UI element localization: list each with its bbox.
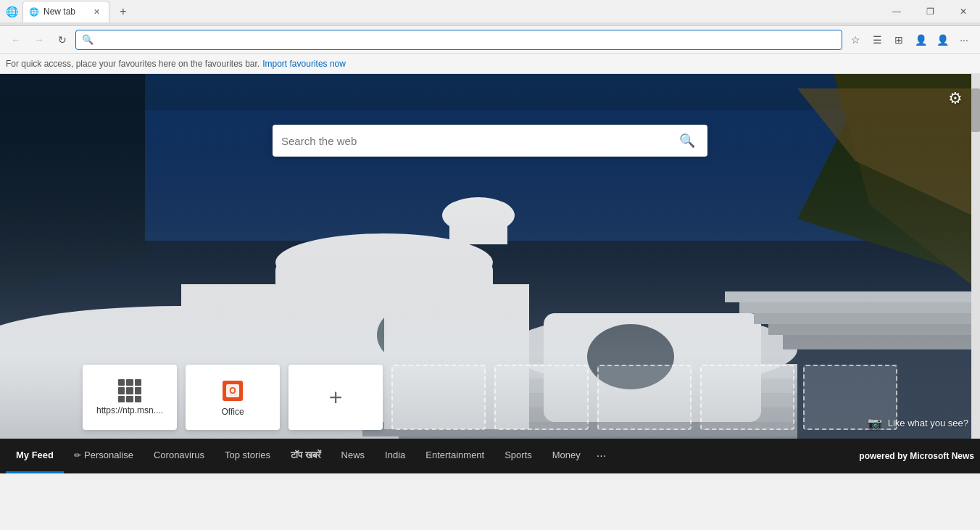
search-icon: 🔍 [82,34,94,45]
quick-link-msn-label: https://ntp.msn.... [96,405,163,415]
browser-icon: 🌐 [6,6,18,17]
quick-link-add[interactable]: + [288,365,383,430]
quick-link-empty-3[interactable] [597,365,692,430]
toolbar-right: ☆ ☰ ⊞ 👤 👤 ··· [845,30,974,50]
nav-label-entertainment: Entertainment [425,450,484,460]
nav-more-button[interactable]: ··· [591,450,612,463]
refresh-button[interactable]: ↻ [52,30,72,50]
quick-link-office[interactable]: O Office [186,365,280,430]
nav-item-money[interactable]: Money [542,439,591,473]
nav-item-news[interactable]: News [331,439,375,473]
favorites-button[interactable]: ☆ [845,30,865,50]
quick-links-container: https://ntp.msn.... O Office + [83,365,897,430]
address-bar: ← → ↻ 🔍 ☆ ☰ ⊞ 👤 👤 ··· [0,26,980,54]
nav-item-coronavirus[interactable]: Coronavirus [144,439,215,473]
url-input[interactable] [98,34,836,45]
svg-text:O: O [229,386,236,396]
share-button[interactable]: 👤 [910,30,931,50]
settings-gear-button[interactable]: ⚙ [942,86,968,112]
nav-label-coronavirus: Coronavirus [154,450,204,460]
more-button[interactable]: ··· [954,30,974,50]
quick-link-office-label: Office [221,407,244,417]
search-button[interactable]: 🔍 [676,129,699,152]
reading-list-button[interactable]: ☰ [867,30,887,50]
nav-item-sports[interactable]: Sports [494,439,542,473]
nav-label-top-stories: Top stories [225,450,270,460]
minimize-button[interactable]: — [880,0,913,23]
search-icon: 🔍 [679,133,695,149]
forward-button[interactable]: → [29,30,49,50]
nav-item-personalise[interactable]: ✏ Personalise [64,439,144,473]
search-container: 🔍 [273,125,707,157]
quick-link-empty-2[interactable] [494,365,589,430]
nav-item-entertainment[interactable]: Entertainment [415,439,494,473]
search-input[interactable] [281,135,676,147]
like-text: Like what you see? [888,418,968,428]
maximize-button[interactable]: ❐ [913,0,947,23]
msn-grid-icon [118,379,141,402]
tab-close-button[interactable]: ✕ [90,5,103,18]
tab-page-icon: 🌐 [29,7,39,17]
scroll-thumb[interactable] [971,88,980,132]
scrollbar[interactable] [971,74,980,439]
gear-icon: ⚙ [948,89,963,108]
active-tab[interactable]: 🌐 New tab ✕ [22,1,109,22]
powered-by-text: powered by [859,451,910,461]
quick-link-empty-4[interactable] [700,365,794,430]
fav-bar-message: For quick access, place your favourites … [6,59,259,69]
url-bar[interactable]: 🔍 [75,30,842,50]
new-tab-button[interactable]: + [112,1,134,22]
edit-icon: ✏ [74,450,81,460]
close-button[interactable]: ✕ [947,0,980,23]
add-icon: + [329,384,343,411]
nav-item-india[interactable]: India [375,439,415,473]
nav-label-personalise: Personalise [84,450,133,460]
nav-label-money: Money [552,450,581,460]
search-box: 🔍 [273,125,707,157]
favourites-bar: For quick access, place your favourites … [0,54,980,74]
powered-by: powered by Microsoft News [859,451,974,461]
like-what-you-see-button[interactable]: 📷 Like what you see? [868,416,968,430]
title-bar: 🌐 🌐 New tab ✕ + — ❐ ✕ [0,0,980,23]
nav-item-top-stories[interactable]: Top stories [215,439,281,473]
nav-label-news: News [341,450,365,460]
office-icon: O [220,378,246,404]
nav-label-top-khabre: टॉप खबरें [291,450,321,461]
window-controls: — ❐ ✕ [880,0,980,23]
tab-label: New tab [43,7,75,17]
profile-button[interactable]: 👤 [932,30,952,50]
import-favourites-link[interactable]: Import favourites now [262,59,346,69]
nav-item-top-khabre[interactable]: टॉप खबरें [281,439,331,473]
nav-label-my-feed: My Feed [16,450,54,460]
bottom-nav: My Feed ✏ Personalise Coronavirus Top st… [0,439,980,473]
nav-label-sports: Sports [504,450,532,460]
nav-item-my-feed[interactable]: My Feed [6,439,64,473]
back-button[interactable]: ← [6,30,26,50]
quick-link-empty-1[interactable] [391,365,486,430]
camera-icon: 📷 [868,416,882,430]
main-content: ⚙ 🔍 https://ntp.msn.... [0,74,980,473]
collections-button[interactable]: ⊞ [889,30,909,50]
nav-label-india: India [385,450,405,460]
quick-link-msn[interactable]: https://ntp.msn.... [83,365,177,430]
microsoft-news-brand: Microsoft News [910,451,974,461]
